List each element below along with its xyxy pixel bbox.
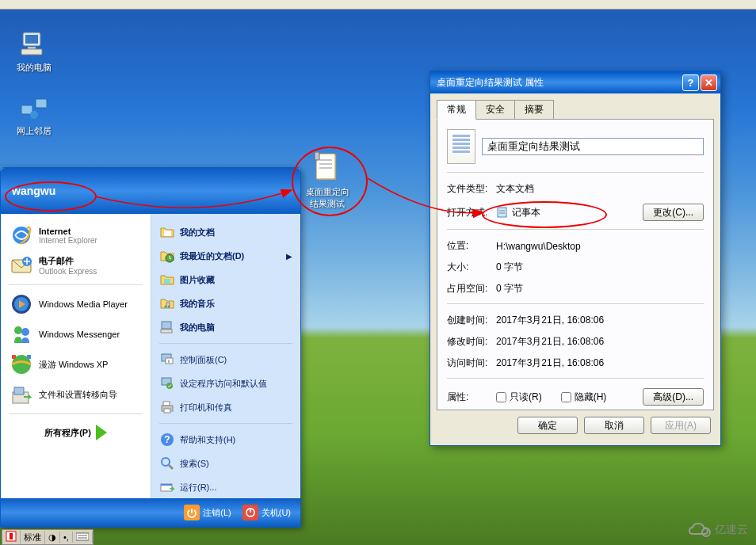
ime-keyboard-icon[interactable] (73, 531, 93, 543)
menu-my-computer[interactable]: 我的电脑 (155, 315, 297, 339)
menu-program-access[interactable]: 设定程序访问和默认值 (155, 372, 297, 395)
svg-rect-40 (164, 409, 170, 413)
menu-messenger[interactable]: Windows Messenger (4, 319, 147, 349)
modified-value: 2017年3月21日, 16:08:06 (496, 335, 704, 349)
readonly-checkbox[interactable]: 只读(R) (496, 391, 542, 404)
help-icon: ? (159, 432, 175, 448)
notepad-icon (496, 206, 509, 219)
email-icon (9, 253, 34, 278)
logoff-icon (184, 505, 200, 520)
tour-xp-icon (9, 352, 34, 377)
ime-mode[interactable]: 标准 (21, 531, 45, 544)
advanced-button[interactable]: 高级(D)... (643, 388, 704, 406)
ime-tray[interactable]: 标准 ◑ •, (2, 529, 94, 545)
menu-tour[interactable]: 漫游 Windows XP (4, 349, 147, 379)
tab-panel-general: 文件类型:文本文档 打开方式:记事本更改(C)... 位置:H:\wangwu\… (437, 119, 714, 410)
ok-button[interactable]: 确定 (517, 417, 578, 434)
top-toolbar (0, 0, 756, 10)
svg-rect-24 (14, 387, 24, 394)
svg-rect-31 (161, 330, 172, 333)
text-file-icon (311, 152, 343, 184)
computer-icon (159, 319, 175, 335)
cancel-button[interactable]: 取消 (584, 417, 644, 434)
tab-security[interactable]: 安全 (475, 100, 515, 119)
dialog-titlebar[interactable]: 桌面重定向结果测试 属性 ? ✕ (430, 71, 720, 93)
menu-recent-documents[interactable]: 我最近的文档(D)▶ (155, 244, 297, 268)
svg-rect-46 (161, 484, 172, 486)
ime-moon-icon[interactable]: ◑ (45, 532, 60, 543)
desktop-icon-label: 桌面重定向 结果测试 (300, 186, 355, 210)
menu-transfer-wizard[interactable]: 文件和设置转移向导 (4, 379, 147, 410)
start-menu-username: wangwu (12, 185, 55, 197)
menu-help[interactable]: ?帮助和支持(H) (155, 428, 297, 452)
folder-pictures-icon (159, 272, 175, 288)
internet-explorer-icon (9, 223, 34, 248)
menu-wmp[interactable]: Windows Media Player (4, 289, 147, 319)
hidden-checkbox[interactable]: 隐藏(H) (561, 391, 607, 404)
desktop-icon-test-file[interactable]: 桌面重定向 结果测试 (300, 152, 355, 210)
ime-sym-icon[interactable]: •, (60, 532, 73, 543)
desktop-icon-network[interactable]: 网上邻居 (6, 91, 62, 137)
menu-music[interactable]: 我的音乐 (155, 292, 297, 315)
shutdown-button[interactable]: 关机(U) (242, 505, 291, 520)
close-button[interactable]: ✕ (701, 74, 717, 91)
svg-point-29 (168, 306, 170, 308)
search-icon (159, 455, 175, 471)
svg-rect-5 (36, 99, 47, 108)
start-menu-header: wangwu (1, 168, 300, 214)
transfer-wizard-icon (9, 382, 34, 407)
svg-point-57 (702, 528, 710, 536)
desktop-icon-my-computer[interactable]: 我的电脑 (6, 28, 62, 74)
svg-rect-1 (25, 35, 38, 44)
svg-rect-38 (163, 402, 170, 406)
start-menu-left-column: InternetInternet Explorer 电子邮件Outlook Ex… (1, 214, 151, 498)
svg-point-19 (21, 328, 29, 336)
size-value: 0 字节 (496, 261, 704, 274)
menu-internet[interactable]: InternetInternet Explorer (4, 220, 147, 250)
program-access-icon (159, 375, 175, 391)
watermark: 亿速云 (686, 521, 748, 539)
svg-point-28 (165, 306, 167, 308)
filename-input[interactable] (482, 138, 704, 155)
svg-point-34 (168, 360, 170, 361)
svg-rect-53 (10, 533, 13, 539)
svg-rect-27 (164, 279, 170, 284)
menu-run[interactable]: 运行(R)... (155, 475, 297, 499)
svg-point-37 (166, 383, 173, 389)
svg-point-43 (162, 458, 170, 466)
desktop-icon-label: 网上邻居 (6, 125, 62, 137)
ime-icon[interactable] (2, 530, 21, 544)
tab-summary[interactable]: 摘要 (514, 100, 554, 119)
folder-recent-icon (159, 248, 175, 264)
svg-rect-30 (162, 322, 171, 329)
apply-button[interactable]: 应用(A) (651, 417, 711, 434)
menu-all-programs[interactable]: 所有程序(P) (4, 418, 147, 447)
start-menu-right-column: 我的文档 我最近的文档(D)▶ 图片收藏 我的音乐 我的电脑 控制面板(C) 设… (151, 214, 300, 498)
logoff-button[interactable]: 注销(L) (184, 505, 231, 520)
menu-search[interactable]: 搜索(S) (155, 452, 297, 475)
file-type-value: 文本文档 (496, 182, 704, 196)
svg-rect-12 (315, 152, 319, 160)
open-with-value: 记事本 (512, 206, 643, 219)
control-panel-icon (159, 352, 175, 368)
help-button[interactable]: ? (682, 74, 699, 91)
svg-point-18 (14, 326, 22, 334)
menu-my-documents[interactable]: 我的文档 (155, 220, 297, 244)
menu-pictures[interactable]: 图片收藏 (155, 268, 297, 292)
folder-docs-icon (159, 224, 175, 240)
change-button[interactable]: 更改(C)... (643, 204, 704, 221)
wmp-icon (9, 292, 34, 317)
file-type-icon (447, 129, 475, 164)
svg-rect-21 (12, 355, 16, 359)
properties-dialog: 桌面重定向结果测试 属性 ? ✕ 常规 安全 摘要 文件类型:文本文档 打开方式… (430, 71, 721, 446)
dialog-footer: 确定 取消 应用(A) (430, 417, 720, 442)
svg-rect-22 (27, 355, 31, 359)
svg-rect-25 (164, 231, 171, 236)
svg-point-35 (168, 361, 170, 363)
menu-printers[interactable]: 打印机和传真 (155, 395, 297, 419)
menu-control-panel[interactable]: 控制面板(C) (155, 348, 297, 372)
shutdown-icon (242, 505, 258, 520)
start-menu-footer: 注销(L) 关机(U) (1, 498, 300, 527)
tab-general[interactable]: 常规 (437, 100, 476, 120)
menu-email[interactable]: 电子邮件Outlook Express (4, 250, 147, 280)
